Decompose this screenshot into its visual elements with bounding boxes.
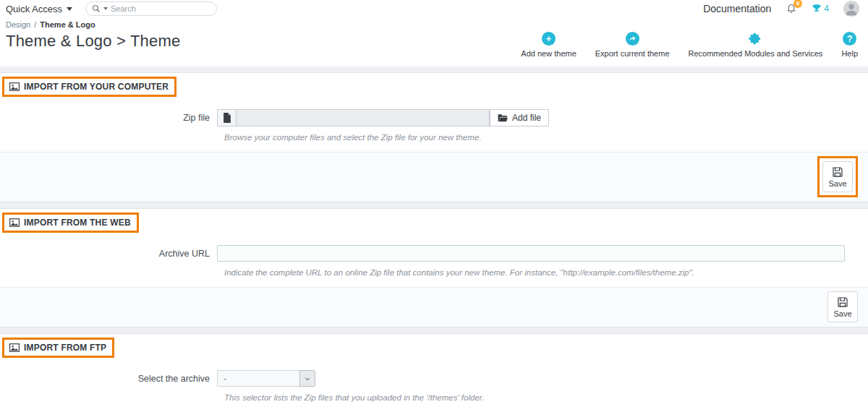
select-archive-label: Select the archive bbox=[0, 374, 217, 384]
help-icon: ? bbox=[843, 32, 856, 46]
breadcrumb-separator: / bbox=[34, 20, 36, 29]
achievements-button[interactable]: 4 bbox=[812, 4, 829, 14]
archive-select[interactable]: - bbox=[217, 370, 315, 387]
archive-url-help: Indicate the complete URL to an online Z… bbox=[224, 268, 868, 277]
action-label: Help bbox=[841, 49, 858, 58]
search-bar[interactable] bbox=[85, 1, 217, 16]
save-label: Save bbox=[828, 179, 846, 188]
main-content: IMPORT FROM YOUR COMPUTER Zip file Add f… bbox=[0, 66, 868, 412]
trophy-count: 4 bbox=[824, 4, 829, 14]
image-icon bbox=[9, 343, 20, 352]
header-actions: + Add new theme Export current theme Rec… bbox=[521, 32, 858, 58]
zip-file-label: Zip file bbox=[0, 113, 217, 123]
notification-count-badge: 6 bbox=[793, 0, 802, 8]
zip-file-input[interactable] bbox=[237, 109, 490, 126]
add-file-label: Add file bbox=[512, 113, 541, 123]
panel-title-highlight: IMPORT FROM FTP bbox=[2, 338, 114, 358]
archive-url-label: Archive URL bbox=[0, 249, 217, 259]
panel-footer: Save bbox=[0, 287, 868, 327]
panel-import-from-computer: IMPORT FROM YOUR COMPUTER Zip file Add f… bbox=[0, 72, 868, 202]
avatar[interactable] bbox=[843, 1, 859, 17]
breadcrumb-parent[interactable]: Design bbox=[6, 20, 30, 29]
recommended-modules-button[interactable]: Recommended Modules and Services bbox=[689, 32, 823, 58]
panel-body: Select the archive - This selector lists… bbox=[0, 361, 868, 412]
breadcrumb: Design / Theme & Logo bbox=[6, 20, 858, 29]
add-file-button[interactable]: Add file bbox=[490, 109, 549, 126]
notifications-button[interactable]: 6 bbox=[786, 3, 797, 15]
search-input[interactable] bbox=[111, 4, 213, 13]
plus-circle-icon: + bbox=[542, 32, 556, 46]
panel-title: IMPORT FROM YOUR COMPUTER bbox=[24, 82, 169, 92]
page-header: Design / Theme & Logo Theme & Logo > The… bbox=[0, 17, 868, 66]
search-type-chevron-icon[interactable] bbox=[103, 7, 108, 10]
file-icon bbox=[217, 109, 237, 126]
zip-file-help: Browse your computer files and select th… bbox=[224, 133, 868, 142]
action-label: Recommended Modules and Services bbox=[689, 49, 823, 58]
image-icon bbox=[9, 82, 20, 91]
documentation-link[interactable]: Documentation bbox=[703, 3, 771, 14]
action-label: Add new theme bbox=[521, 49, 576, 58]
save-button-highlight: Save bbox=[817, 156, 858, 197]
panel-import-from-ftp: IMPORT FROM FTP Select the archive - Thi… bbox=[0, 333, 868, 412]
action-label: Export current theme bbox=[595, 49, 670, 58]
save-icon bbox=[832, 166, 843, 178]
panel-header: IMPORT FROM FTP bbox=[0, 334, 868, 361]
quick-access-menu[interactable]: Quick Access bbox=[6, 4, 72, 14]
add-new-theme-button[interactable]: + Add new theme bbox=[521, 32, 576, 58]
panel-title-highlight: IMPORT FROM YOUR COMPUTER bbox=[2, 77, 176, 97]
chevron-down-icon bbox=[67, 7, 72, 11]
topbar: Quick Access Documentation 6 4 bbox=[0, 0, 868, 17]
panel-title: IMPORT FROM FTP bbox=[24, 343, 106, 353]
save-icon bbox=[837, 296, 848, 308]
trophy-icon bbox=[812, 4, 822, 14]
archive-url-input[interactable] bbox=[217, 245, 845, 262]
panel-body: Archive URL Indicate the complete URL to… bbox=[0, 236, 868, 287]
panel-header: IMPORT FROM THE WEB bbox=[0, 209, 868, 236]
zip-file-input-group: Add file bbox=[217, 109, 549, 126]
export-current-theme-button[interactable]: Export current theme bbox=[595, 32, 670, 58]
page-title: Theme & Logo > Theme bbox=[6, 32, 180, 51]
panel-import-from-web: IMPORT FROM THE WEB Archive URL Indicate… bbox=[0, 208, 868, 327]
save-button[interactable]: Save bbox=[822, 161, 853, 192]
breadcrumb-current: Theme & Logo bbox=[40, 20, 95, 29]
save-button[interactable]: Save bbox=[827, 291, 858, 322]
image-icon bbox=[9, 218, 20, 227]
panel-title-highlight: IMPORT FROM THE WEB bbox=[2, 213, 139, 233]
panel-title: IMPORT FROM THE WEB bbox=[24, 218, 131, 228]
puzzle-icon bbox=[748, 32, 762, 46]
search-icon bbox=[92, 4, 101, 13]
help-button[interactable]: ? Help bbox=[841, 32, 858, 58]
folder-open-icon bbox=[498, 113, 508, 122]
panel-header: IMPORT FROM YOUR COMPUTER bbox=[0, 73, 868, 100]
archive-select-value: - bbox=[217, 370, 299, 387]
chevron-down-icon bbox=[299, 370, 315, 387]
export-arrow-icon bbox=[626, 32, 639, 46]
save-label: Save bbox=[833, 309, 851, 318]
panel-footer: Save bbox=[0, 152, 868, 202]
select-archive-help: This selector lists the Zip files that y… bbox=[224, 393, 868, 402]
panel-body: Zip file Add file Browse your computer f… bbox=[0, 100, 868, 152]
quick-access-label: Quick Access bbox=[6, 4, 62, 14]
